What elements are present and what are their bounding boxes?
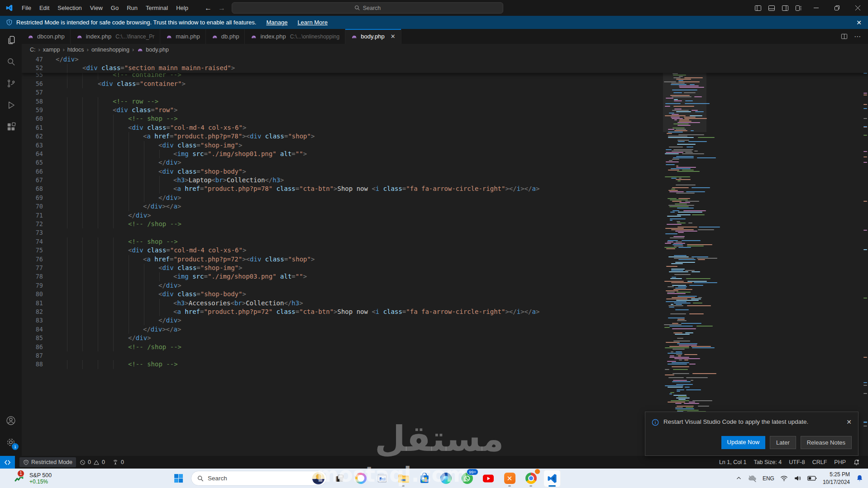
- breadcrumb-file[interactable]: body.php: [137, 46, 169, 53]
- breadcrumb-item[interactable]: xampp: [43, 47, 60, 53]
- tab-bar: dbcon.phpindex.phpC:\...\finance_Prmain.…: [22, 29, 868, 44]
- code-line-69: 69</div>: [22, 194, 868, 202]
- toggle-secondary-sidebar-icon[interactable]: [778, 0, 792, 16]
- menu-selection[interactable]: Selection: [53, 2, 86, 14]
- breadcrumb-item[interactable]: C:: [30, 47, 36, 53]
- breadcrumb-item[interactable]: onlineshopping: [91, 47, 129, 53]
- ports-count: 0: [121, 459, 124, 465]
- minimap[interactable]: [663, 55, 706, 456]
- weather-widget-icon[interactable]: [312, 472, 324, 484]
- explorer-icon[interactable]: [0, 29, 22, 51]
- account-icon[interactable]: [0, 410, 22, 431]
- manage-link[interactable]: Manage: [266, 19, 287, 26]
- menu-edit[interactable]: Edit: [35, 2, 53, 14]
- notification-close-icon[interactable]: ✕: [846, 418, 852, 426]
- code-line-83: 83</div>: [22, 316, 868, 325]
- tab-index-php-CfinancePr[interactable]: index.phpC:\...\finance_Pr: [71, 29, 160, 44]
- start-icon[interactable]: [170, 470, 187, 487]
- back-arrow-icon[interactable]: ←: [205, 4, 212, 12]
- run-debug-icon[interactable]: [0, 94, 22, 116]
- widgets-icon[interactable]: [373, 470, 391, 487]
- language-mode[interactable]: PHP: [830, 457, 849, 467]
- update-notification-toast: Restart Visual Studio Code to apply the …: [645, 412, 858, 456]
- edge-icon[interactable]: [437, 470, 454, 487]
- tab-main-php[interactable]: main.php: [160, 29, 205, 44]
- close-window-button[interactable]: [847, 0, 868, 16]
- menu-run[interactable]: Run: [123, 2, 142, 14]
- release-notes-button[interactable]: Release Notes: [801, 436, 852, 449]
- update-now-button[interactable]: Update Now: [721, 436, 766, 449]
- notifications-bell-icon[interactable]: [849, 457, 863, 467]
- code-line-79: 79</div>: [22, 281, 868, 290]
- code-line-86: 86<!-- /shop -->: [22, 343, 868, 351]
- tray-chevron-up-icon[interactable]: [736, 475, 742, 481]
- youtube-icon[interactable]: [480, 470, 497, 487]
- settings-gear-icon[interactable]: 1: [0, 431, 22, 453]
- tray-clock[interactable]: 5:25 PM 10/17/2024: [823, 471, 850, 485]
- whatsapp-icon[interactable]: 99+: [458, 470, 476, 487]
- breadcrumb-item[interactable]: htdocs: [67, 47, 84, 53]
- menu-file[interactable]: File: [18, 2, 35, 14]
- eol-sequence[interactable]: CRLF: [809, 457, 831, 467]
- breadcrumb-separator: ›: [87, 46, 89, 53]
- tab-dbcon-php[interactable]: dbcon.php: [22, 29, 71, 44]
- chrome-icon[interactable]: [522, 470, 539, 487]
- toggle-primary-sidebar-icon[interactable]: [751, 0, 765, 16]
- restore-button[interactable]: [826, 0, 847, 16]
- tab-index-php-Conlineshopping[interactable]: index.phpC:\...\onlineshopping: [245, 29, 345, 44]
- xampp-icon[interactable]: ✕: [501, 470, 518, 487]
- cursor-position[interactable]: Ln 1, Col 1: [715, 457, 750, 467]
- wifi-icon[interactable]: [780, 475, 788, 482]
- menu-help[interactable]: Help: [172, 2, 192, 14]
- tab-body-php[interactable]: body.php✕: [345, 29, 401, 44]
- more-actions-icon[interactable]: ⋯: [852, 31, 863, 43]
- notification-bell-icon[interactable]: [856, 474, 863, 482]
- vscode-icon[interactable]: [544, 470, 561, 487]
- learn-more-link[interactable]: Learn More: [297, 19, 327, 26]
- taskbar-search[interactable]: Search: [191, 471, 327, 486]
- onedrive-icon[interactable]: [748, 475, 757, 482]
- code-line-61: 61<div class="col-md-4 col-xs-6">: [22, 123, 868, 132]
- split-editor-icon[interactable]: [838, 31, 850, 43]
- task-view-icon[interactable]: [331, 470, 348, 487]
- language-indicator[interactable]: ENG: [763, 475, 774, 482]
- volume-icon[interactable]: [794, 475, 801, 482]
- ports-status[interactable]: 0: [109, 457, 128, 467]
- code-line-74: 74<!-- shop -->: [22, 237, 868, 246]
- remote-indicator[interactable]: [0, 456, 15, 469]
- extensions-icon[interactable]: [0, 116, 22, 137]
- tab-close-icon[interactable]: ✕: [391, 33, 396, 40]
- restricted-mode-status[interactable]: Restricted Mode: [19, 457, 76, 467]
- search-sidebar-icon[interactable]: [0, 51, 22, 72]
- tab-db-php[interactable]: db.php: [206, 29, 245, 44]
- taskbar-search-label: Search: [208, 475, 227, 482]
- code-line-68: 68<a href="product.php?p=78" class="cta-…: [22, 185, 868, 193]
- copilot-icon[interactable]: [352, 470, 369, 487]
- source-control-icon[interactable]: [0, 72, 22, 94]
- toggle-panel-icon[interactable]: [765, 0, 778, 16]
- problems-status[interactable]: 0 0: [76, 457, 109, 467]
- indentation[interactable]: Tab Size: 4: [750, 457, 785, 467]
- menu-terminal[interactable]: Terminal: [142, 2, 172, 14]
- breadcrumb-separator: ›: [132, 46, 134, 53]
- store-icon[interactable]: [416, 470, 433, 487]
- minimize-button[interactable]: [806, 0, 826, 16]
- error-count: 0: [88, 459, 91, 465]
- banner-close-icon[interactable]: ✕: [856, 19, 862, 26]
- forward-arrow-icon[interactable]: →: [218, 4, 225, 12]
- code-line-71: 71</div>: [22, 211, 868, 220]
- breadcrumb[interactable]: C:›xampp›htdocs›onlineshopping›body.php: [22, 44, 868, 55]
- customize-layout-icon[interactable]: [792, 0, 806, 16]
- menu-go[interactable]: Go: [107, 2, 123, 14]
- code-line-70: 70</div></a>: [22, 202, 868, 211]
- file-explorer-icon[interactable]: [395, 470, 412, 487]
- code-editor[interactable]: 47</div>52<div class="section mainn main…: [22, 55, 868, 456]
- battery-icon[interactable]: [807, 475, 817, 481]
- widgets-stock-widget[interactable]: 1 S&P 500 +0.15%: [14, 472, 52, 485]
- vscode-logo-icon: [0, 4, 18, 12]
- later-button[interactable]: Later: [770, 436, 796, 449]
- command-center-search[interactable]: Search: [232, 2, 503, 14]
- code-lines: 56<div class="container">5758<!-- row --…: [22, 80, 868, 369]
- encoding[interactable]: UTF-8: [785, 457, 808, 467]
- menu-view[interactable]: View: [86, 2, 107, 14]
